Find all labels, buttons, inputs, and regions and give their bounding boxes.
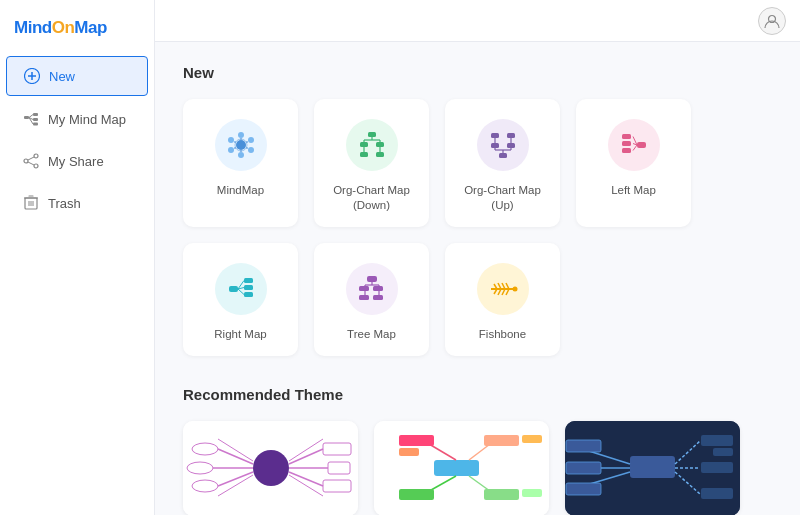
svg-rect-49	[507, 143, 515, 148]
theme-card-2[interactable]	[374, 421, 549, 515]
tree-map-circle-icon	[346, 263, 398, 315]
svg-rect-66	[244, 278, 253, 283]
map-card-org-up-label: Org-Chart Map (Up)	[455, 183, 550, 213]
plus-icon	[23, 67, 41, 85]
sidebar-item-label: My Mind Map	[48, 112, 126, 127]
svg-point-26	[238, 152, 244, 158]
svg-rect-36	[368, 132, 376, 137]
svg-rect-112	[434, 460, 479, 476]
svg-rect-123	[522, 489, 542, 497]
fishbone-circle-icon	[477, 263, 529, 315]
svg-rect-61	[622, 148, 631, 153]
org-down-circle-icon	[346, 119, 398, 171]
svg-rect-65	[229, 286, 238, 292]
svg-point-12	[34, 164, 38, 168]
svg-rect-76	[373, 295, 383, 300]
svg-rect-47	[499, 153, 507, 158]
svg-rect-116	[484, 435, 519, 446]
svg-rect-74	[359, 295, 369, 300]
svg-point-11	[24, 159, 28, 163]
svg-point-22	[236, 140, 246, 150]
svg-rect-130	[566, 462, 601, 474]
map-type-grid: MindMap	[183, 99, 772, 356]
mindmap-icon	[22, 110, 40, 128]
svg-rect-48	[491, 143, 499, 148]
sidebar: MindOnMap New	[0, 0, 155, 515]
trash-icon	[22, 194, 40, 212]
theme-card-3[interactable]	[565, 421, 740, 515]
svg-line-13	[28, 157, 34, 160]
svg-rect-73	[359, 286, 369, 291]
svg-rect-3	[24, 116, 29, 119]
main-scroll: New	[155, 42, 800, 515]
svg-point-25	[248, 147, 254, 153]
map-card-org-down-label: Org-Chart Map (Down)	[324, 183, 419, 213]
sidebar-item-my-mind-map[interactable]: My Mind Map	[6, 100, 148, 138]
svg-line-14	[28, 162, 34, 165]
map-card-tree-label: Tree Map	[347, 327, 396, 342]
sidebar-item-label: New	[49, 69, 75, 84]
svg-rect-37	[360, 142, 368, 147]
svg-rect-38	[376, 142, 384, 147]
svg-rect-51	[507, 133, 515, 138]
map-card-left[interactable]: Left Map	[576, 99, 691, 227]
svg-rect-67	[244, 285, 253, 290]
svg-rect-59	[622, 134, 631, 139]
svg-rect-75	[373, 286, 383, 291]
theme-card-1[interactable]	[183, 421, 358, 515]
map-card-right-label: Right Map	[214, 327, 266, 342]
svg-line-71	[238, 289, 244, 295]
map-card-org-down[interactable]: Org-Chart Map (Down)	[314, 99, 429, 227]
svg-point-24	[248, 137, 254, 143]
svg-rect-115	[399, 435, 434, 446]
svg-rect-131	[566, 483, 601, 495]
mindmap-circle-icon	[215, 119, 267, 171]
map-card-tree[interactable]: Tree Map	[314, 243, 429, 356]
map-card-mindmap-label: MindMap	[217, 183, 264, 198]
sidebar-item-label: My Share	[48, 154, 104, 169]
theme-grid	[183, 421, 772, 515]
sidebar-item-label: Trash	[48, 196, 81, 211]
svg-point-94	[253, 450, 289, 486]
sidebar-item-my-share[interactable]: My Share	[6, 142, 148, 180]
svg-line-7	[29, 115, 33, 118]
sidebar-item-new[interactable]: New	[6, 56, 148, 96]
svg-rect-60	[622, 141, 631, 146]
svg-line-64	[633, 145, 637, 151]
logo: MindOnMap	[0, 10, 154, 54]
map-card-org-up[interactable]: Org-Chart Map (Up)	[445, 99, 560, 227]
share-icon	[22, 152, 40, 170]
org-up-circle-icon	[477, 119, 529, 171]
left-map-circle-icon	[608, 119, 660, 171]
top-bar	[155, 0, 800, 42]
map-card-right[interactable]: Right Map	[183, 243, 298, 356]
map-card-fishbone[interactable]: Fishbone	[445, 243, 560, 356]
svg-rect-50	[491, 133, 499, 138]
recommended-section-title: Recommended Theme	[183, 386, 772, 403]
svg-point-23	[238, 132, 244, 138]
content-area: New	[155, 0, 800, 515]
sidebar-item-trash[interactable]: Trash	[6, 184, 148, 222]
map-card-mindmap[interactable]: MindMap	[183, 99, 298, 227]
svg-rect-129	[566, 440, 601, 452]
svg-rect-6	[33, 123, 38, 126]
svg-point-10	[34, 154, 38, 158]
map-card-fishbone-label: Fishbone	[479, 327, 526, 342]
user-avatar[interactable]	[758, 7, 786, 35]
svg-point-28	[228, 147, 234, 153]
svg-rect-136	[713, 448, 733, 456]
right-map-circle-icon	[215, 263, 267, 315]
svg-point-84	[512, 286, 517, 291]
svg-rect-122	[484, 489, 519, 500]
svg-rect-118	[522, 435, 542, 443]
svg-rect-117	[399, 448, 419, 456]
map-card-left-label: Left Map	[611, 183, 656, 198]
svg-rect-5	[33, 118, 38, 121]
svg-rect-137	[701, 462, 733, 473]
svg-rect-4	[33, 113, 38, 116]
new-section-title: New	[183, 64, 772, 81]
svg-rect-125	[630, 456, 675, 478]
svg-rect-138	[701, 488, 733, 499]
svg-rect-68	[244, 292, 253, 297]
svg-rect-72	[367, 276, 377, 282]
